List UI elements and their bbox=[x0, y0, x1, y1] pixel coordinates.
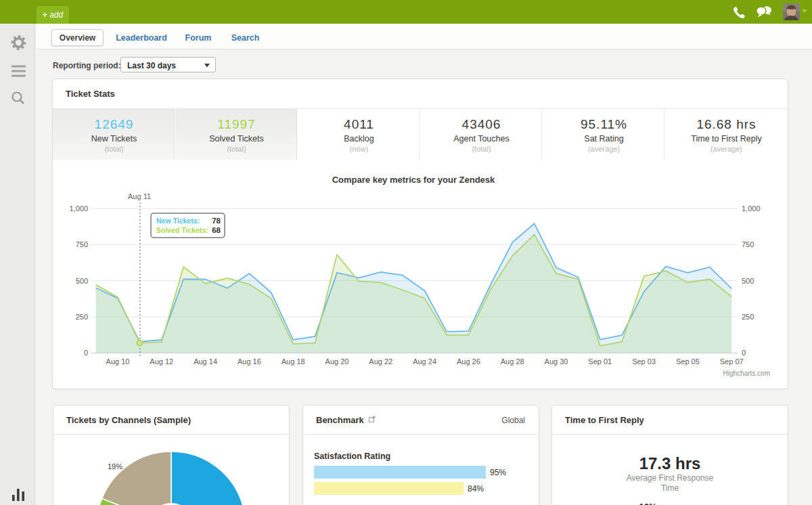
svg-text:0: 0 bbox=[84, 349, 88, 357]
svg-text:Sep 05: Sep 05 bbox=[676, 357, 700, 366]
svg-text:Aug 14: Aug 14 bbox=[194, 357, 217, 366]
svg-text:750: 750 bbox=[742, 240, 754, 248]
svg-text:1,000: 1,000 bbox=[742, 204, 761, 213]
svg-text:250: 250 bbox=[742, 313, 754, 321]
svg-text:Aug 20: Aug 20 bbox=[325, 357, 349, 366]
svg-text:Highcharts.com: Highcharts.com bbox=[723, 370, 770, 377]
svg-text:Aug 11: Aug 11 bbox=[128, 192, 151, 200]
svg-text:Aug 22: Aug 22 bbox=[369, 357, 392, 366]
svg-text:Aug 28: Aug 28 bbox=[501, 357, 524, 366]
svg-text:Aug 10: Aug 10 bbox=[106, 357, 130, 366]
svg-text:750: 750 bbox=[76, 240, 88, 248]
svg-text:250: 250 bbox=[76, 313, 88, 321]
svg-text:19%: 19% bbox=[108, 462, 122, 470]
svg-text:Aug 12: Aug 12 bbox=[150, 357, 173, 366]
svg-text:Aug 30: Aug 30 bbox=[545, 357, 568, 366]
svg-text:Sep 07: Sep 07 bbox=[720, 357, 744, 366]
svg-text:Sep 03: Sep 03 bbox=[632, 357, 656, 366]
svg-text:Aug 24: Aug 24 bbox=[413, 357, 436, 366]
svg-text:500: 500 bbox=[76, 277, 88, 285]
svg-text:1,000: 1,000 bbox=[69, 204, 88, 213]
svg-text:500: 500 bbox=[742, 277, 754, 285]
svg-text:Compare key metrics for your Z: Compare key metrics for your Zendesk bbox=[332, 175, 495, 185]
svg-text:Aug 18: Aug 18 bbox=[281, 357, 305, 366]
svg-text:Aug 16: Aug 16 bbox=[238, 357, 261, 366]
svg-text:Sep 01: Sep 01 bbox=[588, 357, 612, 366]
svg-text:0: 0 bbox=[742, 349, 746, 357]
svg-text:Aug 26: Aug 26 bbox=[457, 357, 480, 366]
